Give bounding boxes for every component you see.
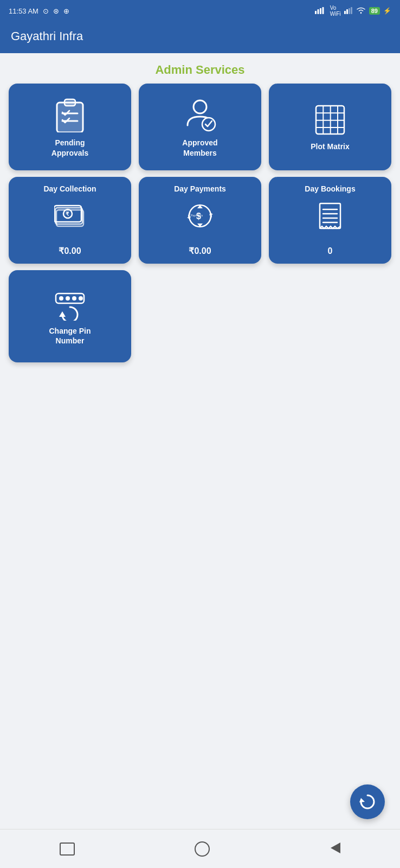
approved-members-label: ApprovedMembers: [182, 138, 217, 157]
status-bar-right: VoWiFi 89 ⚡: [315, 5, 391, 17]
svg-marker-45: [359, 798, 365, 802]
mid-row-grid: Day Collection ₹ ₹0.00 Day Payments $: [0, 177, 400, 268]
svg-point-15: [193, 100, 207, 113]
day-collection-value: ₹0.00: [59, 246, 81, 256]
vowifi-label: VoWiFi: [330, 5, 341, 17]
day-payments-label: Day Payments: [144, 184, 256, 193]
change-pin-label: Change PinNumber: [49, 326, 91, 346]
day-payments-icon: $ Payments: [184, 202, 216, 229]
svg-point-43: [79, 296, 83, 301]
svg-rect-9: [57, 103, 83, 132]
svg-point-42: [72, 296, 76, 301]
svg-point-8: [360, 12, 362, 13]
change-pin-icon: [54, 288, 86, 321]
day-bookings-value: 0: [328, 246, 333, 256]
approved-members-icon: [183, 97, 217, 132]
svg-rect-6: [349, 8, 350, 14]
nav-square-button[interactable]: [60, 843, 75, 856]
day-collection-icon: ₹: [54, 203, 86, 228]
day-bookings-card[interactable]: Day Bookings 0: [269, 177, 391, 264]
profile-icon: ⊙: [43, 7, 49, 15]
plot-matrix-card[interactable]: Plot Matrix: [269, 84, 391, 170]
top-row-grid: PendingApprovals ApprovedMembers: [0, 84, 400, 175]
day-payments-value: ₹0.00: [189, 246, 211, 256]
charging-icon: ⚡: [383, 7, 391, 15]
pending-approvals-card[interactable]: PendingApprovals: [9, 84, 131, 170]
pending-approvals-icon: [54, 97, 86, 132]
svg-rect-4: [344, 11, 346, 14]
svg-point-41: [66, 296, 70, 301]
status-bar-left: 11:53 AM ⊙ ⊛ ⊕: [9, 7, 69, 15]
svg-marker-44: [59, 311, 66, 317]
day-payments-card[interactable]: Day Payments $ Payments ₹0.00: [139, 177, 261, 264]
signal-icon: [315, 7, 327, 16]
signal2-icon: [344, 7, 353, 16]
status-bar: 11:53 AM ⊙ ⊛ ⊕ VoWiFi: [0, 0, 400, 22]
approved-members-card[interactable]: ApprovedMembers: [139, 84, 261, 170]
day-bookings-label: Day Bookings: [274, 184, 386, 193]
bottom-nav: [0, 829, 400, 868]
svg-text:Payments: Payments: [191, 214, 203, 217]
svg-rect-0: [315, 11, 317, 14]
change-pin-card[interactable]: Change PinNumber: [9, 270, 131, 362]
svg-rect-34: [320, 203, 340, 228]
svg-rect-2: [320, 8, 321, 14]
svg-marker-46: [331, 843, 340, 853]
battery-indicator: 89: [369, 7, 380, 15]
bottom-row-grid: Change PinNumber: [0, 270, 400, 367]
svg-rect-7: [351, 7, 352, 14]
svg-rect-5: [346, 9, 348, 14]
nav-back-button[interactable]: [330, 841, 340, 857]
day-bookings-icon: [317, 202, 344, 229]
app-header: Gayathri Infra: [0, 22, 400, 53]
refresh-fab[interactable]: [350, 784, 385, 819]
day-collection-card[interactable]: Day Collection ₹ ₹0.00: [9, 177, 131, 264]
page-title: Admin Services: [0, 53, 400, 84]
svg-text:₹: ₹: [66, 211, 69, 217]
svg-rect-11: [64, 99, 75, 106]
nav-home-button[interactable]: [195, 841, 210, 857]
svg-rect-3: [322, 7, 324, 14]
protect-icon: ⊕: [63, 7, 69, 15]
plot-matrix-icon: [314, 104, 346, 136]
wifi-icon: [356, 7, 366, 16]
status-time: 11:53 AM: [9, 7, 38, 15]
svg-point-40: [59, 296, 63, 301]
fingerprint-icon: ⊛: [53, 7, 59, 15]
day-collection-label: Day Collection: [14, 184, 126, 193]
pending-approvals-label: PendingApprovals: [51, 138, 88, 157]
svg-rect-1: [317, 9, 319, 14]
app-name: Gayathri Infra: [11, 29, 83, 43]
plot-matrix-label: Plot Matrix: [311, 142, 350, 151]
